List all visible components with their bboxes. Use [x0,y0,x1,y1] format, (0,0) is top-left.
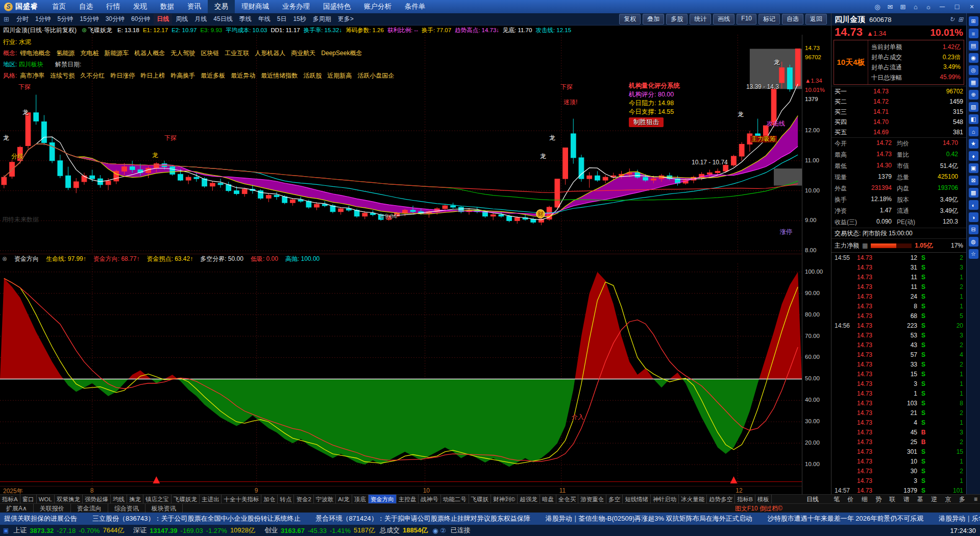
indicator-tab[interactable]: 擒龙 [127,495,143,504]
edge-tool-icon[interactable]: ◉ [969,53,978,63]
bid-row[interactable]: 买一14.7396702 [831,86,966,96]
panel-tab[interactable]: 细 [862,495,868,504]
tool-button[interactable]: 多股 [666,14,688,25]
period-item[interactable]: 季线 [236,14,255,25]
edge-tool-icon[interactable]: ▣ [969,163,978,173]
news-item[interactable]: 三立股份（836743）：关于公司股票在全国中小企业股份转让系统终止 [92,514,300,523]
settings-icon[interactable]: ☼ [922,3,935,11]
style-tag[interactable]: 昨高换手 [170,72,195,79]
edge-tool-icon[interactable]: ▦ [969,78,978,87]
menu-item[interactable]: 行情 [100,0,127,14]
indicator-tab[interactable]: 短线情绪 [623,495,651,504]
edge-tool-icon[interactable]: ◑ [969,212,978,222]
indicator-tab[interactable]: 暗盘 [540,495,556,504]
edge-tool-icon[interactable]: ⊠ [969,176,978,185]
edge-tool-icon[interactable]: ◍ [969,237,978,247]
edge-tool-icon[interactable]: ▤ [969,41,978,51]
menu-item[interactable]: 理财商城 [235,0,276,14]
f10-note[interactable]: 图文F10 倒过档© [735,504,782,513]
period-item[interactable]: 日线 [154,14,172,25]
edge-tool-icon[interactable]: ★ [969,139,978,149]
indicator-tab[interactable]: 战神号 [419,495,441,504]
main-indicator-name[interactable]: 飞碟妖龙 [88,26,112,35]
indicator-tab[interactable]: 多空 [606,495,623,504]
menu-item[interactable]: 资讯 [181,0,208,14]
edge-tool-icon[interactable]: ♦ [969,151,978,161]
indicator-tab[interactable]: 全仓买 [556,495,579,504]
concept-tag[interactable]: 商业航天 [291,50,315,57]
concept-tag[interactable]: 人形机器人 [255,50,285,57]
area-tag[interactable]: 四川板块 [19,61,43,68]
indicator-tab[interactable]: 主控盘 [397,495,419,504]
indicator-tab[interactable]: 指标B [735,495,755,504]
indicator-tab[interactable]: 资金方向 [369,495,397,504]
indicator-tab[interactable]: WOL [37,495,55,504]
indicator-tab[interactable]: 窗口 [20,495,37,504]
indicator-tab[interactable]: 冰火量能 [679,495,707,504]
panel-tab[interactable]: 基 [917,495,923,504]
secondary-tab[interactable]: 扩展A∧ [0,504,34,513]
menu-item[interactable]: 发现 [127,0,154,14]
indicator-tab[interactable]: 均线 [111,495,127,504]
period-item[interactable]: 15秒 [290,14,309,25]
period-item[interactable]: 分时 [13,14,32,25]
style-tag[interactable]: 最近多板 [201,72,225,79]
edge-tool-icon[interactable]: ≡ [969,29,978,38]
news-item[interactable]: 港股异动｜荃信生物-B(02509)再涨超3% 双抗矩阵布局在海外正式启动 [546,514,752,523]
style-tag[interactable]: 最近情绪指数 [261,72,298,79]
secondary-tab[interactable]: 资金流向 [71,504,108,513]
panel-tab[interactable]: 多 [959,495,965,504]
edge-tool-icon[interactable]: ⊟ [969,225,978,234]
period-item[interactable]: 1分钟 [32,14,54,25]
tool-button[interactable]: 自选 [782,14,803,25]
concept-tag[interactable]: 锂电池概念 [20,50,51,57]
bid-row[interactable]: 买五14.69381 [831,127,966,137]
concept-tag[interactable]: 充电桩 [80,50,99,57]
menu-item[interactable]: 国盛特色 [316,0,357,14]
tool-button[interactable]: 统计 [690,14,711,25]
indicator-tab[interactable]: 飞碟妖龙 [172,495,200,504]
secondary-tab[interactable]: 关联报价 [34,504,71,513]
concept-tag[interactable]: 工业互联 [225,50,249,57]
indicator-tab[interactable]: 财神到© [491,495,518,504]
more-tabs-icon[interactable]: ≡ [974,495,977,504]
tool-button[interactable]: 标记 [758,14,780,25]
edge-tool-icon[interactable]: ⌂ [969,127,978,136]
close-button[interactable]: × [965,0,979,13]
index-quote[interactable]: 上证3873.32-27.18-0.70%7644亿 [13,526,124,535]
style-tag[interactable]: 活跃股 [303,72,322,79]
style-tag[interactable]: 昨日涨停 [110,72,135,79]
period-item[interactable]: 30分钟 [103,14,128,25]
concept-tag[interactable]: 无人驾驶 [170,50,195,57]
indicator-tab[interactable]: 游资重仓 [578,495,606,504]
indicator-tab[interactable]: AI龙 [336,495,352,504]
edge-tool-icon[interactable]: ☆ [969,249,978,259]
indicator-tab[interactable]: 主进出 [200,495,222,504]
message-icon[interactable]: ✉ [884,3,896,11]
score-box-button[interactable]: 制胜狙击 [629,117,664,127]
search-icon[interactable]: ◎ [871,3,884,11]
edge-tool-icon[interactable]: ◐ [969,200,978,210]
edge-tool-icon[interactable]: ▧ [969,102,978,112]
edge-tool-icon[interactable]: ⊕ [969,90,978,100]
news-item[interactable]: 景合环境（871424）：关于拟申请公司股票终止挂牌对异议股东权益保障 [315,514,530,523]
style-tag[interactable]: 近期新高 [327,72,352,79]
indicator-tab[interactable]: 十全十美指标 [222,495,261,504]
tool-button[interactable]: 画线 [713,14,734,25]
period-item[interactable]: 年线 [255,14,274,25]
style-tag[interactable]: 久不分红 [80,72,105,79]
concept-tag[interactable]: 区块链 [201,50,219,57]
panel-tab[interactable]: 京 [945,495,951,504]
edge-tool-icon[interactable]: ◎ [969,65,978,75]
collapse-icon[interactable]: ⊗ [2,255,7,262]
bid-row[interactable]: 买二14.721459 [831,96,966,107]
bid-row[interactable]: 买三14.71315 [831,107,966,117]
indicator-tab[interactable]: 强势起爆 [83,495,111,504]
period-item[interactable]: 15分钟 [77,14,102,25]
secondary-tab[interactable]: 综合资讯 [108,504,145,513]
indicator-tab[interactable]: 趋势多空 [707,495,735,504]
menu-item[interactable]: 条件单 [398,0,432,14]
indicator-tab[interactable]: 顶底 [352,495,369,504]
menu-item[interactable]: 业务办理 [276,0,316,14]
tool-button[interactable]: 复权 [619,14,641,25]
